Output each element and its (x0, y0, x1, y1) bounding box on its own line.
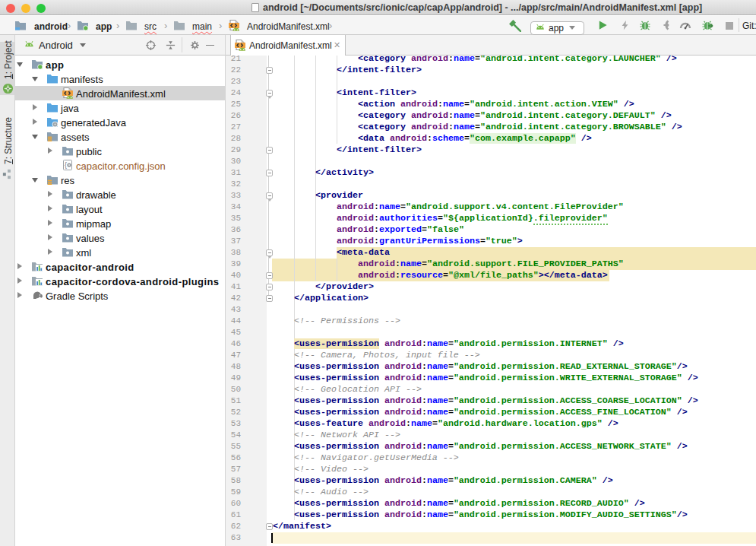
svg-text:{: { (65, 161, 67, 169)
